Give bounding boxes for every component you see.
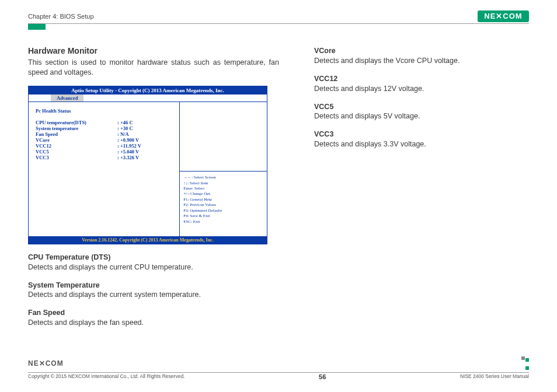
chapter-label: Chapter 4: BIOS Setup <box>28 13 94 20</box>
bios-help-line: F1: General Help <box>183 197 263 202</box>
bios-row-value: : N/A <box>117 131 129 137</box>
definition-term: VCC5 <box>314 102 524 112</box>
bios-row-value: : +11.952 V <box>117 143 141 149</box>
section-intro: This section is used to monitor hardware… <box>28 58 279 78</box>
bios-left-pane: Pc Health Status CPU temperature(DTS): +… <box>29 102 180 236</box>
bios-row-label: VCore <box>36 137 117 143</box>
bios-row: VCC12: +11.952 V <box>36 143 175 149</box>
definition-block: VCC12Detects and displays 12V voltage. <box>314 74 524 94</box>
definition-desc: Detects and displays 5V voltage. <box>314 112 420 120</box>
definition-block: VCC3Detects and displays 3.3V voltage. <box>314 130 524 149</box>
definition-term: CPU Temperature (DTS) <box>28 253 279 262</box>
bios-help-line: +/-: Change Opt. <box>183 191 263 197</box>
bios-row-label: Fan Speed <box>36 131 117 137</box>
accent-bar <box>28 24 46 30</box>
bios-row-label: CPU temperature(DTS) <box>36 120 117 125</box>
bios-row-value: : +0.900 V <box>117 137 139 143</box>
definition-desc: Detects and displays 12V voltage. <box>314 85 424 93</box>
definition-block: VCoreDetects and displays the Vcore CPU … <box>314 46 524 66</box>
bios-help-line: F3: Optimized Defaults <box>183 208 263 214</box>
bios-help-top <box>180 102 267 172</box>
page-number: 56 <box>184 373 459 380</box>
bios-row: VCC5: +5.040 V <box>36 149 175 155</box>
definition-term: Fan Speed <box>28 308 279 318</box>
definition-block: CPU Temperature (DTS)Detects and display… <box>28 253 279 272</box>
bios-help-keys: →←: Select Screen↑↓: Select ItemEnter: S… <box>180 172 267 236</box>
svg-text:NE✕COM: NE✕COM <box>28 359 64 368</box>
bios-row: System temperature: +30 C <box>36 125 175 131</box>
bios-tab-row: Advanced <box>29 94 267 102</box>
bios-title-bar: Aptio Setup Utility - Copyright (C) 2013… <box>29 86 267 94</box>
copyright-text: Copyright © 2015 NEXCOM International Co… <box>28 373 184 379</box>
footer-deco-icon <box>521 355 529 372</box>
bios-heading: Pc Health Status <box>36 108 175 114</box>
bios-row-label: VCC5 <box>36 149 117 155</box>
bios-row: Fan Speed: N/A <box>36 131 175 137</box>
definition-desc: Detects and displays the current system … <box>28 290 201 299</box>
definition-desc: Detects and displays the Vcore CPU volta… <box>314 57 459 65</box>
bios-screenshot: Aptio Setup Utility - Copyright (C) 2013… <box>28 86 267 244</box>
svg-text:NE✕COM: NE✕COM <box>484 12 522 20</box>
definition-desc: Detects and displays the fan speed. <box>28 318 144 327</box>
brand-logo-bottom: NE✕COM <box>28 359 69 368</box>
bios-row: VCore: +0.900 V <box>36 137 175 143</box>
bios-tab-advanced: Advanced <box>51 94 83 102</box>
definition-block: System TemperatureDetects and displays t… <box>28 281 279 300</box>
bios-row-value: : +3.326 V <box>117 155 139 160</box>
bios-row-value: : +5.040 V <box>117 149 139 155</box>
definition-desc: Detects and displays 3.3V voltage. <box>314 140 426 148</box>
bios-help-line: ↑↓: Select Item <box>183 181 263 186</box>
bios-row: CPU temperature(DTS): +46 C <box>36 120 175 125</box>
definition-term: VCC3 <box>314 130 524 139</box>
bios-help-line: ESC: Exit <box>183 219 263 225</box>
bios-help-line: F4: Save & Exit <box>183 214 263 219</box>
manual-name: NISE 2400 Series User Manual <box>460 373 529 379</box>
definition-term: VCC12 <box>314 74 524 84</box>
bios-row-value: : +46 C <box>117 120 133 125</box>
bios-row-label: System temperature <box>36 125 117 131</box>
definition-term: VCore <box>314 46 524 56</box>
definition-term: System Temperature <box>28 281 279 290</box>
definition-block: VCC5Detects and displays 5V voltage. <box>314 102 524 122</box>
bios-help-line: Enter: Select <box>183 186 263 191</box>
bios-row-value: : +30 C <box>117 125 133 131</box>
bios-row-label: VCC12 <box>36 143 117 149</box>
section-title: Hardware Monitor <box>28 46 279 55</box>
bios-help-line: →←: Select Screen <box>183 175 263 180</box>
bios-row-label: VCC3 <box>36 155 117 160</box>
bios-footer-bar: Version 2.16.1242. Copyright (C) 2013 Am… <box>29 236 267 244</box>
definition-desc: Detects and displays the current CPU tem… <box>28 263 193 271</box>
brand-logo-top: NE✕COM <box>478 10 529 22</box>
bios-row: VCC3: +3.326 V <box>36 155 175 160</box>
definition-block: Fan SpeedDetects and displays the fan sp… <box>28 308 279 328</box>
bios-help-line: F2: Previous Values <box>183 202 263 208</box>
